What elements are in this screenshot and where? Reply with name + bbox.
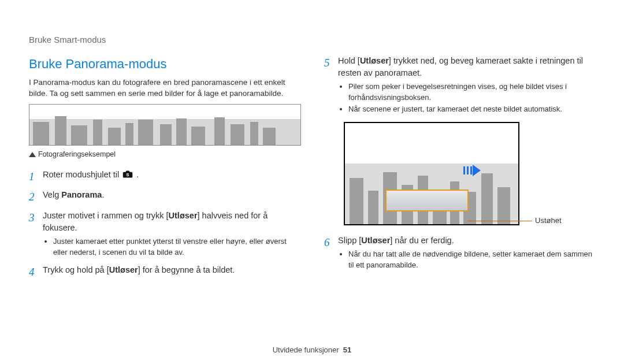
- step-5-sub-1: Piler som peker i bevegelsesretningen vi…: [348, 81, 595, 103]
- breadcrumb: Bruke Smart-modus: [29, 34, 595, 46]
- triangle-up-icon: [29, 152, 36, 157]
- step-3: 3 Juster motivet i rammen og trykk [Utlø…: [29, 210, 300, 259]
- step-number: 2: [29, 189, 43, 205]
- step-number: 1: [29, 169, 43, 185]
- step-2: 2 Velg Panorama.: [29, 189, 300, 205]
- intro-text: I Panorama-modus kan du fotografere en b…: [29, 77, 300, 99]
- annotation-leader: [467, 221, 532, 221]
- step-4: 4 Trykk og hold på [Utløser] for å begyn…: [29, 264, 300, 280]
- step-number: 3: [29, 210, 43, 259]
- capture-frame: [385, 190, 469, 211]
- page-title: Bruke Panorama-modus: [29, 55, 300, 73]
- step-3-sub: Juster kameraet etter punktet ytterst ti…: [53, 236, 300, 258]
- step-number: 4: [29, 264, 43, 280]
- right-column: 5 Hold [Utløser] trykket ned, og beveg k…: [324, 55, 595, 285]
- page-footer: Utvidede funksjoner 51: [0, 345, 624, 356]
- annotation-label: Ustøhet: [535, 216, 562, 226]
- panorama-example-image: [29, 104, 301, 146]
- step-number: 6: [324, 235, 338, 272]
- camera-icon: S: [122, 170, 133, 178]
- step-5-sub-2: Når scenene er justert, tar kameraet det…: [348, 104, 595, 115]
- arrow-right-icon: [473, 165, 481, 176]
- step-number: 5: [324, 55, 338, 117]
- svg-text:S: S: [127, 172, 129, 177]
- step-1: 1 Roter modushjulet til S .: [29, 169, 300, 185]
- arrow-right-icon: [463, 166, 473, 174]
- panorama-preview-image: [344, 122, 519, 225]
- step-6: 6 Slipp [Utløser] når du er ferdig. Når …: [324, 235, 595, 272]
- step-6-sub: Når du har tatt alle de nødvendige bilde…: [348, 249, 595, 271]
- step-5: 5 Hold [Utløser] trykket ned, og beveg k…: [324, 55, 595, 117]
- left-column: Bruke Panorama-modus I Panorama-modus ka…: [29, 55, 300, 285]
- image-caption: Fotograferingseksempel: [29, 149, 300, 159]
